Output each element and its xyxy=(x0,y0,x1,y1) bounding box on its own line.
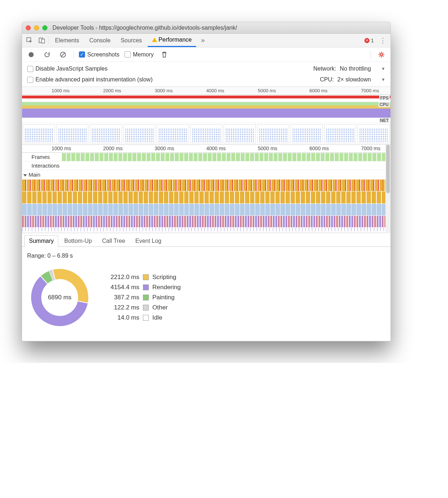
flamechart-pane[interactable]: 1000 ms 2000 ms 3000 ms 4000 ms 5000 ms … xyxy=(22,145,390,233)
checkbox-off-icon xyxy=(27,77,33,83)
range-text: Range: 0 – 6.89 s xyxy=(27,253,385,259)
cpu-track: CPU xyxy=(22,102,390,118)
screenshot-thumb[interactable] xyxy=(23,124,55,143)
swatch-icon xyxy=(143,274,149,280)
net-track: NET xyxy=(22,118,390,123)
error-count[interactable]: ✕ 1 xyxy=(364,37,374,43)
chevron-down-icon: ▼ xyxy=(381,66,385,71)
record-icon[interactable] xyxy=(26,49,37,60)
devtools-window: Developer Tools - https://googlechrome.g… xyxy=(22,22,391,341)
flame-row[interactable] xyxy=(22,216,390,227)
disable-js-label: Disable JavaScript Samples xyxy=(35,66,107,72)
svg-line-4 xyxy=(61,53,65,56)
separator xyxy=(371,51,371,59)
screenshot-thumb[interactable] xyxy=(123,124,156,143)
swatch-icon xyxy=(143,284,149,290)
garbage-icon[interactable] xyxy=(159,49,170,60)
more-tabs-icon[interactable]: » xyxy=(198,35,208,46)
tab-call-tree[interactable]: Call Tree xyxy=(98,236,130,246)
screenshots-checkbox[interactable]: ✓ Screenshots xyxy=(79,51,119,58)
details-tab-bar: Summary Bottom-Up Call Tree Event Log xyxy=(22,233,390,247)
fps-track: FPS xyxy=(22,96,390,102)
memory-checkbox[interactable]: Memory xyxy=(124,51,154,58)
window-title: Developer Tools - https://googlechrome.g… xyxy=(52,25,237,31)
detail-ruler: 1000 ms 2000 ms 3000 ms 4000 ms 5000 ms … xyxy=(22,145,390,153)
zoom-icon[interactable] xyxy=(42,25,47,30)
fps-label: FPS xyxy=(379,96,390,101)
cpu-label: CPU: xyxy=(320,76,334,83)
main-lane-header[interactable]: Main xyxy=(22,170,390,179)
overview-pane[interactable]: 1000 ms 2000 ms 3000 ms 4000 ms 5000 ms … xyxy=(22,87,390,145)
separator xyxy=(49,37,49,45)
network-label: Network: xyxy=(313,66,336,72)
network-value: No throttling xyxy=(340,66,371,72)
tab-bottom-up[interactable]: Bottom-Up xyxy=(60,236,96,246)
cpu-label: CPU xyxy=(379,102,390,107)
swatch-icon xyxy=(143,295,149,300)
checkbox-off-icon xyxy=(124,51,131,58)
screenshots-label: Screenshots xyxy=(87,51,119,58)
tab-event-log[interactable]: Event Log xyxy=(131,236,166,246)
advanced-paint-checkbox[interactable]: Enable advanced paint instrumentation (s… xyxy=(27,76,153,83)
flame-row[interactable] xyxy=(22,204,390,215)
scrollbar-thumb[interactable] xyxy=(386,145,390,193)
screenshot-thumb[interactable] xyxy=(190,124,223,143)
inspect-icon[interactable] xyxy=(24,35,35,46)
tab-elements[interactable]: Elements xyxy=(51,34,84,47)
warning-icon xyxy=(152,38,157,42)
summary-donut-chart: 6890 ms xyxy=(27,265,92,330)
screenshot-thumb[interactable] xyxy=(257,124,289,143)
settings-icon[interactable] xyxy=(376,49,387,60)
screenshot-thumb[interactable] xyxy=(157,124,189,143)
disclosure-triangle-icon[interactable] xyxy=(23,174,27,176)
screenshot-thumb[interactable] xyxy=(324,124,356,143)
network-throttling-dropdown[interactable]: No throttling ▼ xyxy=(340,66,385,72)
disable-js-samples-checkbox[interactable]: Disable JavaScript Samples xyxy=(27,66,107,72)
tab-performance[interactable]: Performance xyxy=(148,34,196,47)
checkbox-on-icon: ✓ xyxy=(79,51,85,58)
frames-lane[interactable]: Frames xyxy=(22,153,390,161)
titlebar: Developer Tools - https://googlechrome.g… xyxy=(22,22,390,34)
flame-row[interactable] xyxy=(22,180,390,191)
main-flamechart[interactable] xyxy=(22,179,390,233)
tab-sources[interactable]: Sources xyxy=(116,34,146,47)
device-toggle-icon[interactable] xyxy=(37,35,47,46)
screenshot-thumb[interactable] xyxy=(291,124,323,143)
swatch-icon xyxy=(143,315,149,321)
flame-row[interactable] xyxy=(22,228,390,231)
close-icon[interactable] xyxy=(26,25,31,30)
screenshot-thumb[interactable] xyxy=(224,124,256,143)
screenshot-thumb[interactable] xyxy=(56,124,89,143)
frames-lane-label: Frames xyxy=(22,154,62,160)
error-icon: ✕ xyxy=(364,38,369,43)
tab-summary[interactable]: Summary xyxy=(24,235,58,247)
cpu-throttling-dropdown[interactable]: 2× slowdown ▼ xyxy=(337,76,385,83)
minimize-icon[interactable] xyxy=(34,25,39,30)
donut-total: 6890 ms xyxy=(27,265,92,330)
main-lane-label: Main xyxy=(29,172,41,178)
interactions-lane-label: Interactions xyxy=(22,163,62,169)
screenshot-thumb[interactable] xyxy=(358,124,390,143)
interactions-lane[interactable]: Interactions xyxy=(22,161,390,170)
scrollbar[interactable] xyxy=(385,145,390,233)
frames-strip xyxy=(62,153,390,161)
legend-painting: 387.2 ms Painting xyxy=(103,294,181,301)
overview-ruler: 1000 ms 2000 ms 3000 ms 4000 ms 5000 ms … xyxy=(22,87,390,95)
swatch-icon xyxy=(143,305,149,311)
kebab-menu-icon[interactable]: ⋮ xyxy=(377,35,388,46)
cpu-value: 2× slowdown xyxy=(337,76,371,83)
reload-icon[interactable] xyxy=(42,49,52,60)
clear-icon[interactable] xyxy=(58,49,68,60)
screenshot-filmstrip[interactable] xyxy=(22,123,390,145)
legend-other: 122.2 ms Other xyxy=(103,304,181,311)
window-controls xyxy=(26,25,47,30)
memory-label: Memory xyxy=(133,51,154,58)
flame-row[interactable] xyxy=(22,191,390,203)
advanced-paint-label: Enable advanced paint instrumentation (s… xyxy=(35,76,153,83)
checkbox-off-icon xyxy=(27,66,33,72)
screenshot-thumb[interactable] xyxy=(90,124,122,143)
legend-scripting: 2212.0 ms Scripting xyxy=(103,274,181,281)
tab-console[interactable]: Console xyxy=(85,34,115,47)
error-count-value: 1 xyxy=(371,37,374,43)
summary-pane: Range: 0 – 6.89 s 6890 ms 2212.0 ms Scri… xyxy=(22,247,390,341)
